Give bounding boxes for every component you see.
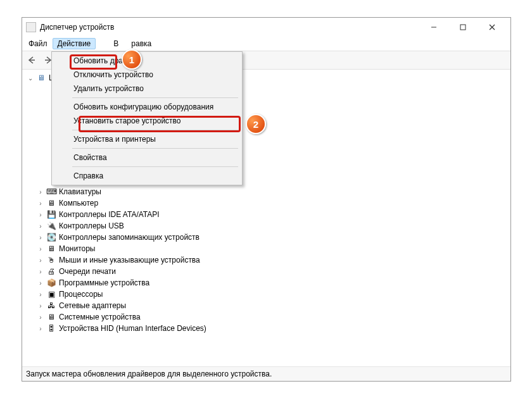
expand-icon[interactable]: › bbox=[36, 278, 45, 287]
expand-icon[interactable]: › bbox=[36, 267, 45, 276]
hid-icon: 🎛 bbox=[46, 323, 56, 333]
window-controls bbox=[419, 18, 507, 37]
arrow-left-icon bbox=[27, 56, 36, 65]
expand-icon[interactable]: › bbox=[36, 244, 45, 253]
menu-disable-device[interactable]: Отключить устройство bbox=[53, 68, 241, 82]
maximize-button[interactable] bbox=[448, 18, 478, 37]
badge-step-2: 2 bbox=[246, 114, 266, 134]
menu-uninstall-device[interactable]: Удалить устройство bbox=[53, 82, 241, 96]
tree-item-system[interactable]: › 🖥 Системные устройства bbox=[26, 311, 507, 323]
status-text: Запуск мастера обновления драйверов для … bbox=[26, 370, 272, 378]
expand-icon[interactable]: › bbox=[36, 187, 45, 196]
tree-label: Мониторы bbox=[59, 244, 95, 253]
tree-item-storage-controllers[interactable]: › 💽 Контроллеры запоминающих устройств bbox=[26, 232, 507, 243]
system-device-icon: 🖥 bbox=[46, 312, 56, 322]
storage-icon: 💾 bbox=[46, 209, 56, 220]
badge-step-1: 1 bbox=[122, 49, 142, 70]
app-icon bbox=[26, 22, 36, 32]
tree-label: Устройства HID (Human Interface Devices) bbox=[59, 324, 206, 333]
menu-separator bbox=[72, 130, 238, 130]
tree-label: Сетевые адаптеры bbox=[59, 301, 126, 310]
expand-icon[interactable]: › bbox=[36, 256, 45, 264]
close-icon bbox=[489, 24, 495, 30]
tree-item-software-devices[interactable]: › 📦 Программные устройства bbox=[26, 277, 507, 289]
printer-icon: 🖨 bbox=[46, 266, 56, 277]
usb-icon: 🔌 bbox=[46, 221, 56, 231]
tree-item-network[interactable]: › 🖧 Сетевые адаптеры bbox=[26, 300, 507, 311]
tree-label: Очереди печати bbox=[59, 267, 116, 276]
menu-update-driver[interactable]: Обновить драйвер bbox=[53, 54, 241, 68]
expand-icon[interactable]: › bbox=[36, 324, 45, 333]
tree-item-hid[interactable]: › 🎛 Устройства HID (Human Interface Devi… bbox=[26, 323, 507, 334]
tree-label: Контроллеры запоминающих устройств bbox=[59, 233, 200, 242]
menu-properties[interactable]: Свойства bbox=[53, 151, 241, 165]
storage-controller-icon: 💽 bbox=[46, 232, 56, 242]
tree-label: Контроллеры IDE ATA/ATAPI bbox=[59, 210, 160, 219]
expand-icon[interactable]: › bbox=[36, 233, 45, 242]
minimize-icon bbox=[431, 24, 437, 30]
menu-view-partial[interactable]: В bbox=[108, 38, 124, 49]
menu-separator bbox=[72, 166, 238, 167]
expand-icon[interactable]: › bbox=[36, 210, 45, 219]
menu-scan-hardware[interactable]: Обновить конфигурацию оборудования bbox=[53, 100, 241, 114]
tree-label: Мыши и иные указывающие устройства bbox=[59, 256, 200, 264]
tree-item-keyboards[interactable]: › ⌨ Клавиатуры bbox=[26, 186, 507, 197]
expand-icon[interactable]: › bbox=[36, 313, 45, 321]
expand-icon[interactable]: › bbox=[36, 290, 45, 299]
computer-icon: 🖥 bbox=[46, 198, 56, 208]
menubar: Файл Действие В равка bbox=[22, 37, 510, 51]
tree-label: Системные устройства bbox=[59, 313, 141, 321]
mouse-icon: 🖱 bbox=[46, 255, 56, 265]
action-dropdown: Обновить драйвер Отключить устройство Уд… bbox=[51, 51, 243, 185]
monitor-icon: 🖥 bbox=[46, 244, 56, 254]
maximize-icon bbox=[460, 24, 466, 30]
tree-label: Программные устройства bbox=[59, 278, 149, 287]
processor-icon: ▣ bbox=[46, 289, 56, 299]
tree-label: Клавиатуры bbox=[59, 187, 101, 196]
tree-label: Компьютер bbox=[59, 199, 98, 208]
tree-item-computer[interactable]: › 🖥 Компьютер bbox=[26, 197, 507, 209]
device-manager-window: Диспетчер устройств Файл Действие В равк… bbox=[22, 17, 511, 382]
software-device-icon: 📦 bbox=[46, 278, 56, 288]
expand-icon[interactable]: › bbox=[36, 221, 45, 230]
network-icon: 🖧 bbox=[46, 301, 56, 311]
menu-separator bbox=[72, 148, 238, 149]
minimize-button[interactable] bbox=[419, 18, 448, 37]
tree-item-monitors[interactable]: › 🖥 Мониторы bbox=[26, 243, 507, 254]
expand-icon[interactable]: › bbox=[36, 199, 45, 208]
menu-action[interactable]: Действие bbox=[53, 38, 96, 49]
statusbar: Запуск мастера обновления драйверов для … bbox=[22, 366, 510, 381]
computer-icon: 🖥 bbox=[36, 73, 46, 83]
menu-file[interactable]: Файл bbox=[23, 38, 53, 49]
menu-reference[interactable]: Справка bbox=[53, 169, 241, 183]
svg-rect-1 bbox=[460, 25, 466, 30]
tree-item-usb[interactable]: › 🔌 Контроллеры USB bbox=[26, 220, 507, 232]
back-button[interactable] bbox=[25, 53, 39, 67]
menu-add-legacy[interactable]: Установить старое устройство bbox=[53, 114, 241, 128]
tree-item-processors[interactable]: › ▣ Процессоры bbox=[26, 289, 507, 300]
menu-separator bbox=[72, 97, 238, 98]
keyboard-icon: ⌨ bbox=[46, 187, 56, 197]
tree-item-mice[interactable]: › 🖱 Мыши и иные указывающие устройства bbox=[26, 254, 507, 266]
tree-item-print-queues[interactable]: › 🖨 Очереди печати bbox=[26, 266, 507, 277]
tree-label: Контроллеры USB bbox=[59, 221, 124, 230]
window-title: Диспетчер устройств bbox=[40, 23, 419, 32]
close-button[interactable] bbox=[478, 18, 507, 37]
expand-icon[interactable]: › bbox=[36, 301, 45, 310]
tree-item-ide[interactable]: › 💾 Контроллеры IDE ATA/ATAPI bbox=[26, 209, 507, 220]
titlebar: Диспетчер устройств bbox=[22, 18, 510, 37]
collapse-icon[interactable]: ⌄ bbox=[26, 73, 35, 82]
menu-help-partial[interactable]: равка bbox=[126, 38, 156, 49]
tree-label: Процессоры bbox=[59, 290, 103, 299]
menu-devices-printers[interactable]: Устройства и принтеры bbox=[53, 132, 241, 146]
